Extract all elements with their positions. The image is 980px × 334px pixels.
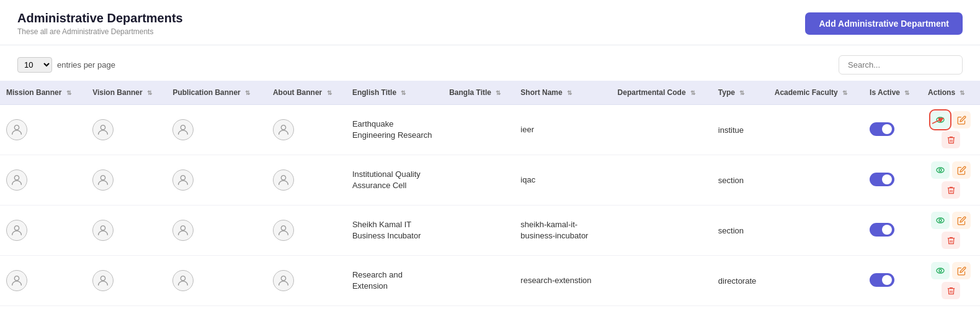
- avatar: [6, 169, 27, 191]
- bangla-title-cell: [443, 155, 514, 205]
- table-row: Sheikh Kamal IT Business Incubatorsheikh…: [0, 205, 980, 256]
- table-head: Mission Banner ⇅ Vision Banner ⇅ Publica…: [0, 81, 980, 105]
- active-toggle[interactable]: [870, 173, 894, 186]
- entries-per-page-select[interactable]: 10 25 50 100: [17, 57, 52, 73]
- mission-banner-cell: [0, 155, 86, 205]
- english-title-cell: Research and Extension: [346, 256, 443, 306]
- svg-point-23: [939, 269, 942, 272]
- avatar: [92, 119, 114, 140]
- english-title-cell: Earthquake Engineering Research: [346, 105, 443, 155]
- active-toggle[interactable]: [870, 273, 894, 287]
- svg-point-6: [14, 176, 19, 180]
- publication-banner-cell: [166, 155, 267, 205]
- sort-icon: ⇅: [739, 89, 744, 96]
- avatar: [6, 119, 27, 140]
- is-active-cell[interactable]: [863, 205, 922, 256]
- about-banner-cell: [267, 205, 346, 256]
- page-subtitle: These all are Administrative Departments: [17, 27, 183, 36]
- col-departmental-code: Departmental Code ⇅: [612, 81, 712, 105]
- col-publication-banner: Publication Banner ⇅: [166, 81, 267, 105]
- departments-table: Mission Banner ⇅ Vision Banner ⇅ Publica…: [0, 81, 980, 306]
- is-active-cell[interactable]: [863, 256, 922, 306]
- table-row: Research and Extensionresearch-extenstio…: [0, 256, 980, 306]
- avatar: [273, 220, 294, 241]
- svg-point-1: [101, 125, 105, 130]
- col-vision-banner: Vision Banner ⇅: [86, 81, 166, 105]
- svg-point-16: [937, 218, 944, 223]
- page-title: Administrative Departments: [17, 11, 183, 25]
- svg-point-0: [14, 125, 19, 130]
- svg-point-19: [101, 276, 105, 281]
- col-type: Type ⇅: [712, 81, 768, 105]
- svg-point-17: [939, 219, 942, 222]
- is-active-cell[interactable]: [863, 155, 922, 205]
- type-cell: directorate: [712, 256, 768, 306]
- title-block: Administrative Departments These all are…: [17, 11, 183, 36]
- academic-faculty-cell: [768, 105, 863, 155]
- col-short-name: Short Name ⇅: [514, 81, 611, 105]
- departmental-code-cell: [612, 105, 712, 155]
- col-mission-banner: Mission Banner ⇅: [0, 81, 86, 105]
- view-button[interactable]: [931, 161, 950, 179]
- svg-point-11: [939, 169, 942, 171]
- svg-point-18: [14, 276, 19, 281]
- col-academic-faculty: Academic Faculty ⇅: [768, 81, 863, 105]
- highlight-arrow: [930, 115, 953, 135]
- departmental-code-cell: [612, 256, 712, 306]
- avatar: [6, 270, 27, 291]
- vision-banner-cell: [86, 105, 166, 155]
- sort-icon: ⇅: [842, 89, 847, 96]
- add-administrative-department-button[interactable]: Add Administrative Department: [805, 12, 963, 35]
- avatar: [172, 169, 194, 191]
- avatar: [172, 220, 194, 241]
- delete-button[interactable]: [942, 181, 960, 199]
- svg-point-12: [14, 226, 19, 230]
- edit-button[interactable]: [952, 212, 971, 229]
- academic-faculty-cell: [768, 205, 863, 256]
- col-about-banner: About Banner ⇅: [267, 81, 346, 105]
- table-wrap: Mission Banner ⇅ Vision Banner ⇅ Publica…: [0, 81, 980, 306]
- short-name-cell: iqac: [514, 155, 611, 205]
- view-button[interactable]: [931, 212, 950, 229]
- avatar: [6, 220, 27, 241]
- academic-faculty-cell: [768, 155, 863, 205]
- publication-banner-cell: [166, 205, 267, 256]
- avatar: [92, 220, 114, 241]
- is-active-cell[interactable]: [863, 105, 922, 155]
- avatar: [92, 270, 114, 291]
- sort-icon: ⇅: [496, 89, 501, 96]
- avatar: [92, 169, 114, 191]
- departmental-code-cell: [612, 205, 712, 256]
- departmental-code-cell: [612, 155, 712, 205]
- delete-button[interactable]: [942, 232, 960, 249]
- search-input[interactable]: [839, 55, 963, 74]
- entries-per-page-wrap: 10 25 50 100 entries per page: [17, 57, 115, 73]
- avatar: [172, 119, 194, 140]
- delete-button[interactable]: [942, 282, 960, 299]
- avatar: [273, 270, 294, 291]
- edit-button[interactable]: [952, 111, 971, 129]
- table-body: Earthquake Engineering Researchieerinsti…: [0, 105, 980, 306]
- view-button[interactable]: [931, 262, 950, 279]
- type-cell: section: [712, 155, 768, 205]
- sort-icon: ⇅: [147, 89, 152, 96]
- edit-button[interactable]: [952, 161, 971, 179]
- avatar: [273, 119, 294, 140]
- avatar: [273, 169, 294, 191]
- svg-point-3: [281, 125, 285, 130]
- active-toggle[interactable]: [870, 122, 894, 136]
- english-title-cell: Institutional Quality Assurance Cell: [346, 155, 443, 205]
- sort-icon: ⇅: [904, 89, 909, 96]
- svg-point-2: [181, 125, 185, 130]
- mission-banner-cell: [0, 256, 86, 306]
- svg-point-20: [181, 276, 185, 281]
- col-bangla-title: Bangla Title ⇅: [443, 81, 514, 105]
- col-is-active: Is Active ⇅: [863, 81, 922, 105]
- bangla-title-cell: [443, 205, 514, 256]
- edit-button[interactable]: [952, 262, 971, 279]
- vision-banner-cell: [86, 155, 166, 205]
- active-toggle[interactable]: [870, 223, 894, 237]
- mission-banner-cell: [0, 205, 86, 256]
- short-name-cell: sheikh-kamal-it-business-incubator: [514, 205, 611, 256]
- vision-banner-cell: [86, 205, 166, 256]
